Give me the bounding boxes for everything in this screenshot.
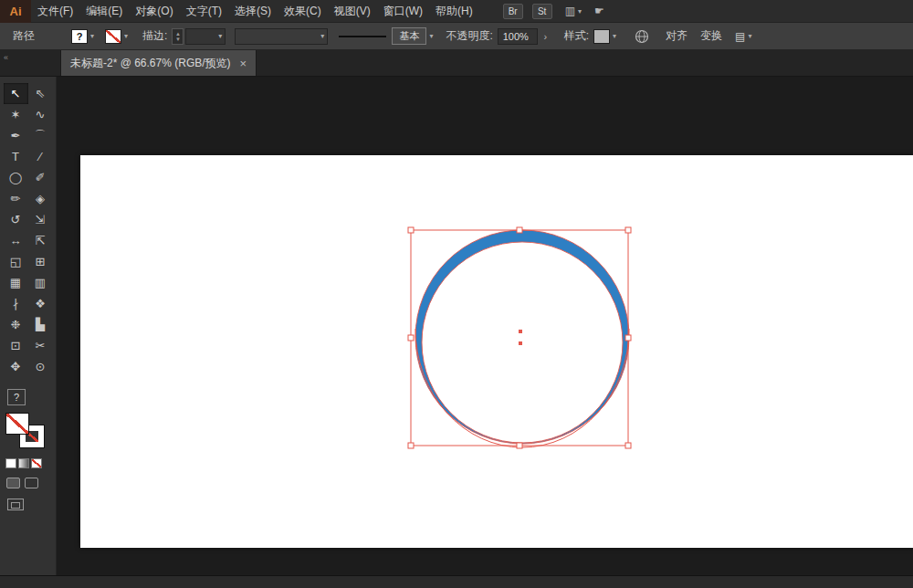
center-point-marker	[519, 341, 522, 345]
width-tool-icon[interactable]: ↔	[4, 230, 28, 251]
menu-type[interactable]: 文字(T)	[180, 0, 228, 23]
graphic-style-picker[interactable]: ▾	[593, 29, 616, 44]
stroke-weight-dropdown[interactable]: ▾	[185, 28, 226, 45]
canvas[interactable]	[57, 77, 913, 575]
globe-icon	[635, 29, 649, 44]
transform-panel-button[interactable]: 变换	[700, 28, 722, 44]
chevron-down-icon: ▾	[429, 32, 433, 40]
arrange-documents-button[interactable]: ▥ ▾	[565, 5, 582, 17]
mesh-tool-icon[interactable]: ▦	[4, 272, 28, 293]
chevron-down-icon: ▾	[90, 32, 94, 40]
menu-effect[interactable]: 效果(C)	[278, 0, 328, 23]
blend-tool-icon[interactable]: ❖	[28, 293, 53, 314]
shape-builder-tool-icon[interactable]: ◱	[4, 251, 28, 272]
handle-mid-left[interactable]	[408, 335, 414, 341]
lasso-tool-icon[interactable]: ∿	[28, 104, 53, 125]
chevron-down-icon: ▾	[578, 7, 582, 16]
scale-tool-icon[interactable]: ⇲	[28, 209, 53, 230]
draw-behind-mode-icon[interactable]	[25, 478, 38, 488]
close-icon[interactable]: ×	[240, 58, 247, 69]
curvature-tool-icon[interactable]: ⌒	[28, 125, 53, 146]
menu-window[interactable]: 窗口(W)	[377, 0, 429, 23]
align-panel-button[interactable]: 对齐	[666, 28, 687, 44]
eraser-tool-icon[interactable]: ◈	[28, 188, 53, 209]
type-tool-icon[interactable]: T	[4, 146, 28, 167]
menu-select[interactable]: 选择(S)	[228, 0, 278, 23]
magic-wand-tool-icon[interactable]: ✶	[4, 104, 28, 125]
touch-workspace-button[interactable]: ☛	[594, 5, 604, 17]
fill-stroke-indicator[interactable]	[5, 413, 49, 451]
document-tab[interactable]: 未标题-2* @ 66.67% (RGB/预览) ×	[60, 50, 257, 76]
pencil-tool-icon[interactable]: ✏	[4, 188, 28, 209]
handle-mid-right[interactable]	[625, 335, 631, 341]
zoom-tool-icon[interactable]: ⊙	[28, 356, 53, 377]
handle-bottom-center[interactable]	[517, 443, 522, 448]
paintbrush-tool-icon[interactable]: ✐	[28, 167, 53, 188]
rotate-tool-icon[interactable]: ↺	[4, 209, 28, 230]
screen-mode-button[interactable]	[7, 499, 24, 510]
stroke-style-button[interactable]: 基本	[392, 27, 426, 45]
color-button[interactable]	[5, 458, 16, 468]
document-tab-bar: « 未标题-2* @ 66.67% (RGB/预览) ×	[0, 50, 913, 77]
document-tab-title: 未标题-2* @ 66.67% (RGB/预览)	[70, 56, 231, 71]
selected-artwork	[402, 219, 643, 460]
perspective-grid-tool-icon[interactable]: ⊞	[28, 251, 53, 272]
gradient-button[interactable]	[18, 458, 29, 468]
handle-bottom-right[interactable]	[625, 443, 631, 448]
line-segment-tool-icon[interactable]: ∕	[28, 146, 53, 167]
help-button[interactable]: ?	[7, 389, 26, 405]
opacity-input[interactable]: 100%	[498, 28, 538, 45]
menu-view[interactable]: 视图(V)	[328, 0, 377, 23]
stroke-none-swatch	[105, 29, 121, 44]
slice-tool-icon[interactable]: ✂	[28, 335, 53, 356]
brush-definition-dropdown[interactable]: ▾	[235, 28, 328, 45]
none-button[interactable]	[31, 458, 42, 468]
handle-bottom-left[interactable]	[408, 443, 414, 448]
ellipse-tool-icon[interactable]: ◯	[4, 167, 28, 188]
hand-tool-icon[interactable]: ✥	[4, 356, 28, 377]
menu-file[interactable]: 文件(F)	[31, 0, 79, 23]
stock-button[interactable]: St	[532, 4, 552, 19]
center-point-marker	[519, 330, 522, 333]
fill-color-picker[interactable]: ? ▾	[71, 29, 94, 44]
secondary-path-outline[interactable]	[415, 329, 629, 447]
window-layout-icon: ▥	[565, 5, 575, 17]
direct-selection-tool-icon[interactable]: ⇖	[28, 83, 53, 104]
handle-top-left[interactable]	[408, 227, 414, 233]
handle-top-right[interactable]	[625, 227, 631, 233]
style-swatch	[593, 29, 610, 44]
chevron-down-icon: ▾	[748, 32, 751, 40]
menu-edit[interactable]: 编辑(E)	[79, 0, 129, 23]
stroke-weight-stepper[interactable]: ▲ ▼	[172, 28, 184, 45]
color-mode-row	[5, 458, 56, 468]
menubar: Ai 文件(F) 编辑(E) 对象(O) 文字(T) 选择(S) 效果(C) 视…	[0, 0, 913, 23]
free-transform-tool-icon[interactable]: ⇱	[28, 230, 53, 251]
column-graph-tool-icon[interactable]: ▙	[28, 314, 53, 335]
control-bar: 路径 ? ▾ ▾ 描边: ▲ ▼ ▾ ▾ 基本 ▾ 不透明度: 100% › 样…	[0, 23, 913, 50]
tools-panel: ↖ ⇖ ✶ ∿ ✒ ⌒ T ∕ ◯ ✐ ✏ ◈ ↺ ⇲ ↔ ⇱ ◱ ⊞ ▦ ▥ …	[0, 77, 57, 575]
gradient-tool-icon[interactable]: ▥	[28, 272, 53, 293]
opacity-label[interactable]: 不透明度:	[446, 28, 492, 44]
status-bar	[0, 575, 913, 588]
menu-help[interactable]: 帮助(H)	[429, 0, 479, 23]
fill-indicator-swatch[interactable]	[5, 413, 29, 435]
artboard-tool-icon[interactable]: ⊡	[4, 335, 28, 356]
crescent-shape[interactable]	[415, 230, 629, 444]
draw-normal-mode-icon[interactable]	[6, 478, 20, 488]
bridge-button[interactable]: Br	[503, 4, 523, 19]
control-panel-menu-button[interactable]: ▤ ▾	[735, 30, 751, 43]
style-label: 样式:	[564, 28, 589, 44]
selection-context-label: 路径	[13, 28, 35, 44]
opacity-flyout-button[interactable]: ›	[540, 28, 551, 45]
eyedropper-tool-icon[interactable]: ∤	[4, 293, 28, 314]
stepper-down-icon: ▼	[175, 37, 181, 42]
drawing-modes	[6, 478, 56, 488]
stroke-color-picker[interactable]: ▾	[105, 29, 128, 44]
handle-top-center[interactable]	[517, 227, 522, 233]
selection-tool-icon[interactable]: ↖	[4, 83, 28, 104]
menu-object[interactable]: 对象(O)	[129, 0, 179, 23]
toolbar-collapse-icon[interactable]: «	[4, 53, 8, 62]
document-setup-button[interactable]	[635, 29, 649, 44]
symbol-sprayer-tool-icon[interactable]: ❉	[4, 314, 28, 335]
pen-tool-icon[interactable]: ✒	[4, 125, 28, 146]
